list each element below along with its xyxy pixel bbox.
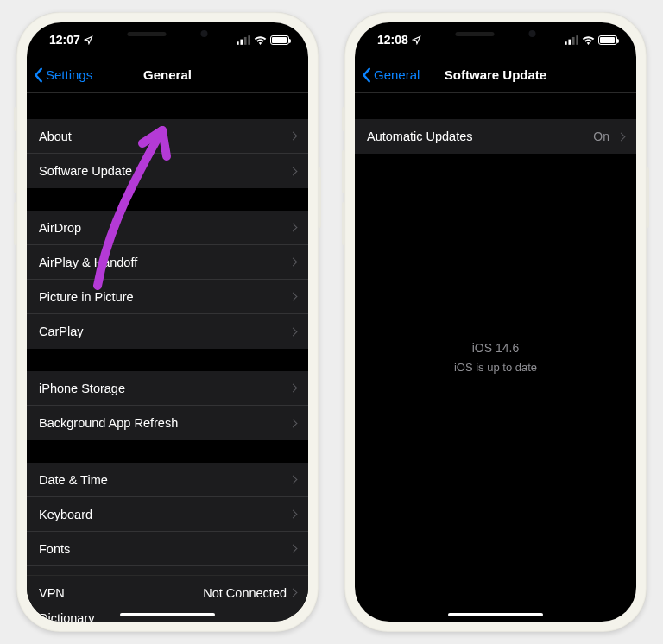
- battery-icon: [598, 35, 617, 45]
- battery-icon: [270, 35, 289, 45]
- notch: [429, 22, 563, 45]
- row-label: Date & Time: [39, 473, 108, 487]
- ios-version: iOS 14.6: [355, 339, 636, 357]
- notch: [101, 22, 235, 45]
- row-keyboard[interactable]: Keyboard: [27, 497, 308, 532]
- back-label: Settings: [46, 67, 92, 82]
- chevron-right-icon: [289, 258, 298, 267]
- svg-rect-4: [565, 41, 567, 45]
- phone-left: 12:07 Settings General About Software Up…: [16, 12, 319, 632]
- svg-rect-7: [576, 35, 578, 45]
- home-indicator[interactable]: [120, 613, 215, 616]
- svg-rect-2: [244, 36, 247, 44]
- chevron-right-icon: [289, 419, 298, 427]
- chevron-right-icon: [289, 510, 298, 519]
- volume-up-button[interactable]: [342, 150, 345, 193]
- wifi-icon: [582, 35, 595, 45]
- content-general[interactable]: About Software Update AirDrop AirPlay & …: [27, 93, 308, 622]
- location-icon: [412, 35, 421, 45]
- status-time: 12:08: [377, 33, 408, 47]
- chevron-right-icon: [289, 384, 298, 393]
- row-fonts[interactable]: Fonts: [27, 532, 308, 566]
- speaker-grill: [128, 32, 167, 36]
- nav-bar: General Software Update: [355, 57, 636, 93]
- chevron-right-icon: [289, 327, 298, 336]
- chevron-right-icon: [289, 545, 298, 553]
- screen-general: 12:07 Settings General About Software Up…: [27, 22, 308, 622]
- row-airdrop[interactable]: AirDrop: [27, 211, 308, 245]
- row-date-time[interactable]: Date & Time: [27, 463, 308, 497]
- row-label: Keyboard: [39, 508, 92, 521]
- row-iphone-storage[interactable]: iPhone Storage: [27, 371, 308, 406]
- svg-rect-6: [572, 36, 575, 44]
- chevron-right-icon: [289, 589, 298, 597]
- group-connectivity: AirDrop AirPlay & Handoff Picture in Pic…: [27, 211, 308, 349]
- chevron-right-icon: [289, 132, 298, 141]
- group-auto-updates: Automatic Updates On: [355, 119, 636, 154]
- nav-bar: Settings General: [27, 57, 308, 93]
- svg-rect-1: [240, 39, 243, 44]
- row-automatic-updates[interactable]: Automatic Updates On: [355, 119, 636, 154]
- row-value: Not Connected: [203, 586, 287, 600]
- screen-software-update: 12:08 General Software Update Automatic …: [355, 22, 636, 622]
- row-software-update[interactable]: Software Update: [27, 154, 308, 188]
- row-picture-in-picture[interactable]: Picture in Picture: [27, 280, 308, 314]
- speaker-grill: [456, 32, 495, 36]
- back-button[interactable]: Settings: [34, 67, 92, 83]
- chevron-right-icon: [289, 614, 298, 622]
- row-airplay-handoff[interactable]: AirPlay & Handoff: [27, 245, 308, 280]
- row-label: Automatic Updates: [367, 129, 473, 143]
- status-time: 12:07: [49, 33, 80, 47]
- svg-rect-3: [248, 35, 250, 45]
- row-vpn[interactable]: VPN Not Connected: [27, 575, 308, 609]
- row-background-app-refresh[interactable]: Background App Refresh: [27, 406, 308, 440]
- svg-rect-0: [237, 41, 239, 45]
- row-about[interactable]: About: [27, 119, 308, 154]
- cellular-icon: [565, 35, 578, 45]
- chevron-right-icon: [289, 167, 298, 175]
- power-button[interactable]: [646, 167, 649, 228]
- phone-right: 12:08 General Software Update Automatic …: [344, 12, 647, 632]
- front-camera: [529, 30, 536, 37]
- back-label: General: [374, 67, 420, 82]
- silence-switch[interactable]: [342, 107, 345, 131]
- volume-up-button[interactable]: [14, 150, 17, 193]
- row-label: About: [39, 129, 72, 143]
- row-label: Software Update: [39, 164, 132, 178]
- cellular-icon: [237, 35, 250, 45]
- svg-rect-5: [568, 39, 571, 44]
- row-label: AirDrop: [39, 221, 81, 235]
- group-info: About Software Update: [27, 119, 308, 188]
- chevron-right-icon: [289, 293, 298, 301]
- row-label: Dictionary: [39, 611, 94, 622]
- group-storage: iPhone Storage Background App Refresh: [27, 371, 308, 440]
- row-label: VPN: [39, 586, 65, 600]
- wifi-icon: [254, 35, 267, 45]
- row-label: CarPlay: [39, 325, 84, 338]
- row-label: Background App Refresh: [39, 416, 178, 430]
- power-button[interactable]: [318, 167, 321, 228]
- update-status: iOS 14.6 iOS is up to date: [355, 339, 636, 376]
- row-value: On: [593, 129, 609, 143]
- chevron-right-icon: [289, 224, 298, 232]
- silence-switch[interactable]: [14, 107, 17, 131]
- location-icon: [84, 35, 93, 45]
- row-label: Fonts: [39, 542, 70, 556]
- chevron-left-icon: [34, 67, 44, 83]
- chevron-left-icon: [362, 67, 372, 83]
- back-button[interactable]: General: [362, 67, 420, 83]
- home-indicator[interactable]: [448, 613, 543, 616]
- volume-down-button[interactable]: [342, 202, 345, 245]
- front-camera: [201, 30, 208, 37]
- row-label: iPhone Storage: [39, 382, 125, 395]
- row-label: Picture in Picture: [39, 290, 134, 304]
- row-carplay[interactable]: CarPlay: [27, 314, 308, 349]
- update-message: iOS is up to date: [355, 359, 636, 376]
- chevron-right-icon: [289, 476, 298, 484]
- volume-down-button[interactable]: [14, 202, 17, 245]
- chevron-right-icon: [617, 132, 626, 141]
- row-label: AirPlay & Handoff: [39, 256, 137, 269]
- content-software-update[interactable]: Automatic Updates On iOS 14.6 iOS is up …: [355, 93, 636, 622]
